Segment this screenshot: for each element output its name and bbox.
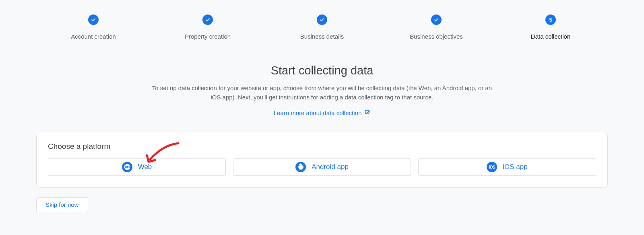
learn-more-label: Learn more about data collection xyxy=(274,109,361,116)
step-label: Account creation xyxy=(71,33,116,40)
globe-icon xyxy=(122,162,132,172)
skip-button[interactable]: Skip for now xyxy=(36,197,88,212)
platform-label: Android app xyxy=(312,163,349,171)
card-title: Choose a platform xyxy=(48,142,596,151)
platform-android-button[interactable]: Android app xyxy=(233,158,411,176)
platform-ios-button[interactable]: iOS iOS app xyxy=(418,158,596,176)
step-business-objectives: Business objectives xyxy=(379,14,493,40)
step-label: Business details xyxy=(300,33,344,40)
check-icon xyxy=(317,14,327,25)
check-icon xyxy=(202,14,213,25)
learn-more-link[interactable]: Learn more about data collection xyxy=(274,109,370,117)
platform-web-button[interactable]: Web xyxy=(48,158,226,176)
step-label: Data collection xyxy=(531,33,570,40)
check-icon xyxy=(88,14,99,25)
platform-label: iOS app xyxy=(503,163,527,171)
page-heading: Start collecting data xyxy=(36,64,608,77)
check-icon xyxy=(431,14,442,25)
ios-icon: iOS xyxy=(487,162,497,172)
page-description: To set up data collection for your websi… xyxy=(147,84,497,102)
external-link-icon xyxy=(364,109,370,117)
svg-rect-3 xyxy=(303,166,303,168)
step-label: Business objectives xyxy=(410,33,463,40)
progress-stepper: Account creation Property creation Busin… xyxy=(0,14,644,40)
platform-label: Web xyxy=(138,163,152,171)
step-account-creation: Account creation xyxy=(36,14,151,40)
android-icon xyxy=(295,162,306,172)
step-business-details: Business details xyxy=(265,14,379,40)
svg-rect-2 xyxy=(298,166,299,168)
step-label: Property creation xyxy=(185,33,231,40)
step-number-icon: 5 xyxy=(545,14,556,25)
step-data-collection: 5 Data collection xyxy=(493,14,608,40)
platform-card: Choose a platform Web Android app iOS xyxy=(36,133,608,188)
step-property-creation: Property creation xyxy=(151,14,265,40)
